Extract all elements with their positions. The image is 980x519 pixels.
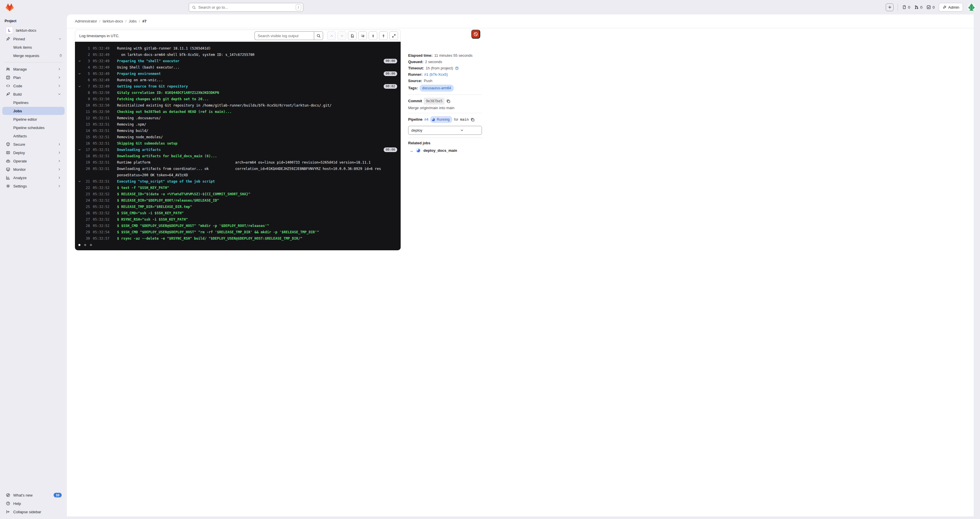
tag-badge: docusaurus-arm64: [420, 85, 454, 92]
cancel-job-button[interactable]: [471, 30, 480, 39]
sidebar-item-code[interactable]: Code: [2, 82, 65, 90]
log-line-number[interactable]: 22: [80, 185, 90, 191]
stage-dropdown[interactable]: deploy: [408, 126, 482, 135]
log-line: 1205:32:51Removing .docusaurus/: [75, 115, 401, 121]
log-line-number[interactable]: 9: [80, 96, 90, 102]
sidebar-item-pipelines[interactable]: Pipelines: [2, 98, 65, 106]
sidebar-item-artifacts[interactable]: Artifacts: [2, 132, 65, 140]
related-job-item[interactable]: → deploy_docs_main: [408, 148, 482, 153]
sidebar-item-work-items[interactable]: Work items: [2, 43, 65, 51]
main-content: Administrator/larktun-docs/Jobs/#7 Log t…: [67, 14, 490, 259]
search-placeholder: Search or go to...: [198, 5, 296, 10]
log-line-number[interactable]: 6: [80, 77, 90, 83]
copy-ref-icon[interactable]: [470, 117, 475, 122]
log-line-number[interactable]: 16: [80, 140, 90, 147]
wrap-lines-button[interactable]: [358, 32, 367, 40]
chevron-right-icon: [57, 150, 62, 155]
log-line-number[interactable]: 8: [80, 90, 90, 96]
sidebar-item-deploy[interactable]: Deploy: [2, 149, 65, 157]
log-line-number[interactable]: 30: [80, 235, 90, 242]
sidebar-project-item[interactable]: L larktun-docs: [2, 26, 65, 34]
log-line-number[interactable]: 2: [80, 52, 90, 58]
sidebar-item-secure[interactable]: Secure: [2, 140, 65, 148]
pipeline-ref: main: [460, 116, 469, 123]
search-next-button[interactable]: [337, 32, 346, 40]
log-line-number[interactable]: 17: [80, 147, 90, 153]
sidebar-item-operate[interactable]: Operate: [2, 157, 65, 165]
log-line-number[interactable]: 28: [80, 223, 90, 229]
log-line-number[interactable]: 3: [80, 58, 90, 64]
log-line-number[interactable]: 13: [80, 121, 90, 128]
log-line-number[interactable]: 1: [80, 45, 90, 52]
sidebar-item-merge-requests[interactable]: Merge requests 0: [2, 52, 65, 60]
job-log-panel: Log timestamps in UTC.: [75, 30, 401, 250]
log-line: 805:32:50Gitaly correlation ID: 01KQ44DC…: [75, 90, 401, 96]
log-timestamp: 05:32:51: [93, 121, 110, 128]
log-line-number[interactable]: 29: [80, 229, 90, 235]
log-line-number[interactable]: 25: [80, 204, 90, 210]
fullscreen-button[interactable]: [390, 32, 398, 40]
help-question-icon[interactable]: [455, 66, 459, 70]
log-line-number[interactable]: 4: [80, 64, 90, 71]
log-line-number[interactable]: 20: [80, 166, 90, 172]
pipeline-status-badge[interactable]: Running: [430, 116, 452, 123]
log-timestamp: 05:32:49: [93, 83, 110, 90]
log-line-number[interactable]: 12: [80, 115, 90, 121]
log-line-number[interactable]: 27: [80, 216, 90, 223]
sidebar-item-monitor[interactable]: Monitor: [2, 165, 65, 173]
global-search-input[interactable]: Search or go to... /: [189, 3, 303, 12]
plan-icon: [6, 75, 10, 80]
runner-link[interactable]: #1 (bTk-Xcx5): [424, 71, 448, 78]
log-loading-dots: [78, 244, 401, 246]
log-line-number[interactable]: 15: [80, 134, 90, 140]
log-line-number[interactable]: 19: [80, 159, 90, 166]
sidebar-item-plan[interactable]: Plan: [2, 73, 65, 81]
sidebar-item-build[interactable]: Build: [2, 90, 65, 98]
raw-log-button[interactable]: [348, 32, 356, 40]
log-line-number[interactable]: 14: [80, 128, 90, 134]
log-line-number[interactable]: 24: [80, 197, 90, 204]
log-line-number[interactable]: 11: [80, 109, 90, 115]
elapsed-time-row: Elapsed time: 11 minutes 55 seconds: [408, 52, 482, 59]
manage-icon: [6, 67, 10, 71]
log-line-number[interactable]: 18: [80, 153, 90, 159]
breadcrumb-link[interactable]: larktun-docs: [103, 19, 123, 23]
scroll-to-bottom-button[interactable]: [379, 32, 388, 40]
search-prev-button[interactable]: [327, 32, 336, 40]
scroll-to-top-button[interactable]: [369, 32, 377, 40]
pipeline-link[interactable]: #4: [424, 116, 428, 123]
timestamps-note: Log timestamps in UTC.: [79, 34, 255, 38]
log-line-number[interactable]: 5: [80, 71, 90, 77]
monitor-icon: [6, 167, 10, 171]
log-line: 505:32:49Preparing environment00:00: [75, 71, 401, 77]
sidebar-item-manage[interactable]: Manage: [2, 65, 65, 73]
log-line-number[interactable]: 26: [80, 210, 90, 216]
log-search-button[interactable]: [314, 32, 323, 40]
log-timestamp: 05:32:52: [93, 216, 110, 223]
current-job-arrow-icon: →: [409, 148, 413, 153]
log-line-number[interactable]: 10: [80, 102, 90, 109]
chevron-right-icon: [57, 75, 62, 80]
related-job-name: deploy_docs_main: [423, 148, 457, 152]
log-line: 605:32:49Running on arm-vnic...: [75, 77, 401, 83]
copy-commit-icon[interactable]: [446, 99, 450, 103]
sidebar-item-settings[interactable]: Settings: [2, 182, 65, 190]
log-search-input[interactable]: [255, 32, 314, 40]
log-line-number[interactable]: 23: [80, 191, 90, 197]
sidebar-item-analyze[interactable]: Analyze: [2, 174, 65, 182]
job-status-running-icon: [416, 148, 421, 153]
sidebar-item-pipeline-schedules[interactable]: Pipeline schedules: [2, 124, 65, 132]
log-line: 2805:32:52$ $SSH_CMD "$DEPLOY_USER@$DEPL…: [75, 223, 401, 229]
breadcrumb-link[interactable]: Jobs: [129, 19, 137, 23]
commit-sha-badge[interactable]: 9e387be5: [424, 98, 444, 105]
gitlab-logo[interactable]: [5, 3, 14, 12]
log-line-number[interactable]: 7: [80, 83, 90, 90]
log-timestamp: 05:32:51: [93, 147, 110, 153]
sidebar-group-pinned[interactable]: Pinned: [2, 35, 65, 43]
chevron-up-icon: [330, 34, 334, 38]
panel-divider: [408, 138, 482, 138]
sidebar-item-pipeline-editor[interactable]: Pipeline editor: [2, 115, 65, 123]
sidebar-item-jobs[interactable]: Jobs: [2, 107, 65, 115]
breadcrumb-link[interactable]: Administrator: [75, 19, 97, 23]
log-line-number[interactable]: 21: [80, 178, 90, 185]
